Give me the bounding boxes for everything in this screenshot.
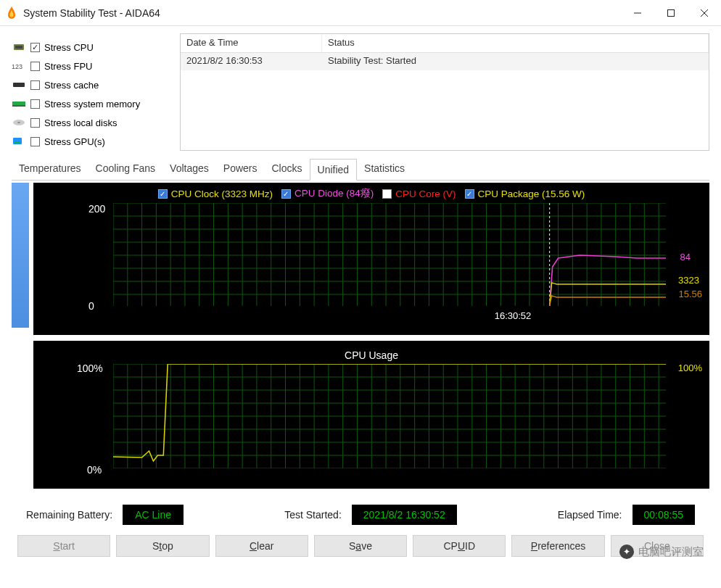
legend-cpu-clock-check[interactable]: ✓ — [158, 189, 168, 199]
stress-disks-checkbox[interactable] — [30, 118, 40, 128]
minimize-button[interactable] — [621, 0, 654, 26]
event-log: Date & Time Status 2021/8/2 16:30:53 Sta… — [180, 33, 709, 151]
tab-bar: Temperatures Cooling Fans Voltages Power… — [12, 158, 709, 181]
log-status: Stability Test: Started — [322, 53, 709, 70]
svg-rect-7 — [13, 83, 25, 87]
upper-xtick: 16:30:52 — [316, 310, 709, 321]
cpu-usage-title: CPU Usage — [33, 348, 709, 361]
tab-clocks[interactable]: Clocks — [265, 158, 310, 180]
elapsed-value: 00:08:55 — [633, 505, 696, 525]
stress-cpu-label: Stress CPU — [44, 42, 94, 53]
log-row[interactable]: 2021/8/2 16:30:53 Stability Test: Starte… — [181, 53, 709, 70]
tab-voltages[interactable]: Voltages — [162, 158, 216, 180]
lower-ymax: 100% — [77, 363, 103, 374]
stress-fpu-label: Stress FPU — [44, 61, 92, 72]
app-icon — [6, 7, 17, 20]
stress-gpu-checkbox[interactable] — [30, 137, 40, 146]
cpu-usage-chart: CPU Usage 100% 0% 100% — [33, 341, 709, 489]
stress-gpu[interactable]: Stress GPU(s) — [12, 132, 170, 151]
svg-rect-8 — [12, 102, 25, 105]
log-header: Date & Time Status — [181, 34, 709, 53]
disk-icon — [12, 117, 26, 128]
battery-value: AC Line — [123, 505, 184, 525]
started-value: 2021/8/2 16:30:52 — [352, 505, 457, 525]
stress-cpu[interactable]: Stress CPU — [12, 38, 170, 57]
status-row: Remaining Battery: AC Line Test Started:… — [12, 505, 709, 525]
cpu-icon — [12, 42, 26, 52]
stress-cache-label: Stress cache — [44, 80, 99, 91]
stress-disks-label: Stress local disks — [44, 117, 117, 128]
save-button[interactable]: Save — [314, 535, 407, 557]
window-title: System Stability Test - AIDA64 — [23, 7, 621, 19]
stress-memory[interactable]: Stress system memory — [12, 94, 170, 113]
legend-cpu-clock: CPU Clock (3323 MHz) — [171, 189, 273, 199]
stress-cpu-checkbox[interactable] — [30, 43, 40, 52]
upper-ymin: 0 — [88, 300, 94, 312]
cpu-usage-plot[interactable] — [113, 364, 666, 468]
stress-memory-checkbox[interactable] — [30, 99, 40, 109]
gpu-icon — [12, 136, 26, 146]
log-datetime: 2021/8/2 16:30:53 — [181, 53, 322, 70]
svg-rect-1 — [668, 9, 675, 16]
log-col-datetime[interactable]: Date & Time — [181, 34, 322, 52]
memory-icon — [12, 99, 26, 109]
stress-disks[interactable]: Stress local disks — [12, 113, 170, 132]
close-button[interactable] — [688, 0, 721, 26]
legend-cpu-package: CPU Package (15.56 W) — [478, 189, 585, 199]
started-label: Test Started: — [284, 509, 342, 521]
log-col-status[interactable]: Status — [322, 34, 709, 52]
unified-legend: ✓CPU Clock (3323 MHz) ✓CPU Diode (84癈) C… — [33, 186, 709, 202]
clear-button[interactable]: Clear — [215, 535, 308, 557]
preferences-button[interactable]: Preferences — [511, 535, 604, 557]
upper-right-3323: 3323 — [678, 275, 699, 286]
stress-fpu[interactable]: 123 Stress FPU — [12, 57, 170, 75]
stress-panel: Stress CPU 123 Stress FPU Stress cache S… — [12, 33, 170, 151]
upper-right-84: 84 — [680, 252, 691, 262]
battery-label: Remaining Battery: — [26, 509, 112, 521]
close-dialog-button[interactable]: Close — [611, 535, 704, 557]
elapsed-label: Elapsed Time: — [558, 509, 622, 521]
legend-cpu-core: CPU Core (V) — [395, 189, 456, 199]
upper-ymax: 200 — [88, 203, 105, 215]
maximize-button[interactable] — [654, 0, 688, 26]
stress-cache[interactable]: Stress cache — [12, 75, 170, 94]
stress-fpu-checkbox[interactable] — [30, 62, 40, 71]
titlebar: System Stability Test - AIDA64 — [0, 0, 721, 26]
tab-statistics[interactable]: Statistics — [357, 158, 412, 180]
stop-button[interactable]: Stop — [116, 535, 209, 557]
tab-cooling-fans[interactable]: Cooling Fans — [88, 158, 163, 180]
svg-rect-9 — [12, 105, 25, 107]
upper-right-1556: 15.56 — [678, 289, 702, 299]
sensor-drag-bar[interactable] — [12, 183, 29, 328]
legend-cpu-diode-check[interactable]: ✓ — [281, 189, 291, 199]
tab-unified[interactable]: Unified — [310, 159, 358, 181]
cache-icon — [12, 80, 26, 90]
unified-chart: ✓CPU Clock (3323 MHz) ✓CPU Diode (84癈) C… — [33, 183, 709, 335]
legend-cpu-core-check[interactable] — [382, 189, 392, 199]
stress-memory-label: Stress system memory — [44, 99, 140, 109]
tab-powers[interactable]: Powers — [216, 158, 265, 180]
legend-cpu-package-check[interactable]: ✓ — [465, 189, 474, 199]
lower-ymin: 0% — [87, 464, 102, 476]
svg-rect-5 — [15, 46, 22, 49]
start-button[interactable]: Start — [17, 535, 110, 557]
unified-plot[interactable] — [113, 203, 666, 306]
button-row: Start Stop Clear Save CPUID Preferences … — [12, 535, 709, 557]
svg-point-11 — [17, 122, 20, 123]
tab-temperatures[interactable]: Temperatures — [12, 158, 88, 180]
legend-cpu-diode: CPU Diode (84癈) — [294, 187, 374, 200]
stress-cache-checkbox[interactable] — [30, 80, 40, 90]
fpu-icon: 123 — [12, 61, 26, 71]
svg-rect-13 — [14, 141, 20, 144]
lower-right: 100% — [678, 363, 702, 373]
stress-gpu-label: Stress GPU(s) — [44, 136, 105, 147]
svg-text:123: 123 — [12, 63, 22, 70]
cpuid-button[interactable]: CPUID — [413, 535, 506, 557]
